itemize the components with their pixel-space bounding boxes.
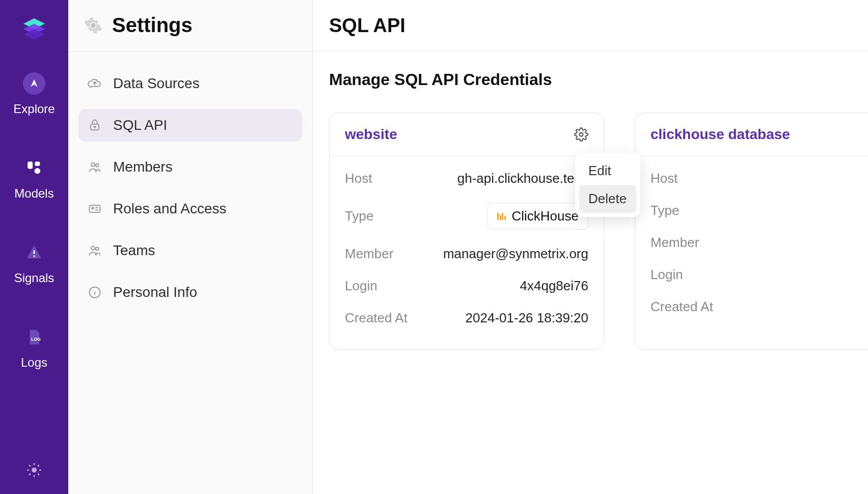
settings-sidebar: Settings Data Sources SQL API Members R <box>68 0 313 494</box>
id-card-icon <box>88 202 102 216</box>
field-label: Created At <box>650 299 713 315</box>
card-settings-button[interactable] <box>574 127 588 142</box>
svg-rect-15 <box>90 205 100 212</box>
gear-icon <box>574 127 588 142</box>
type-pill: ClickHouse <box>487 203 588 230</box>
settings-header: Settings <box>68 0 312 52</box>
card-header: website <box>330 113 604 156</box>
settings-list: Data Sources SQL API Members Roles and A… <box>68 52 312 324</box>
settings-item-data-sources[interactable]: Data Sources <box>78 67 302 100</box>
settings-item-teams[interactable]: Teams <box>78 234 302 267</box>
card-title: clickhouse database <box>650 126 790 143</box>
field-value: 4x4qg8ei76 <box>520 278 588 294</box>
models-icon <box>23 157 45 179</box>
svg-point-20 <box>580 133 583 136</box>
teams-icon <box>88 243 102 258</box>
menu-item-edit[interactable]: Edit <box>579 157 636 185</box>
card-body: Host gh-api.clickhouse.tech Type ClickHo… <box>330 156 604 349</box>
settings-item-label: Teams <box>113 242 155 259</box>
field-host: Host gh-api.clickhouse.tech <box>345 162 588 195</box>
gear-icon <box>26 462 42 478</box>
svg-point-13 <box>91 163 95 167</box>
field-login: Login <box>650 259 868 291</box>
svg-point-17 <box>91 246 95 250</box>
settings-item-label: Members <box>113 159 173 175</box>
clickhouse-icon <box>497 213 506 220</box>
type-value: ClickHouse <box>512 208 579 224</box>
svg-point-10 <box>91 23 96 28</box>
settings-item-personal-info[interactable]: Personal Info <box>78 276 302 309</box>
cloud-upload-icon <box>88 76 102 91</box>
settings-item-roles[interactable]: Roles and Access <box>78 193 302 225</box>
nav-item-explore[interactable]: Explore <box>0 72 68 116</box>
svg-rect-4 <box>35 161 40 166</box>
compass-icon <box>23 72 45 95</box>
settings-item-members[interactable]: Members <box>78 151 302 183</box>
settings-title: Settings <box>112 14 193 37</box>
svg-rect-7 <box>34 256 35 257</box>
svg-point-9 <box>32 468 36 472</box>
page-subtitle: Manage SQL API Credentials <box>329 70 852 89</box>
field-created-at: Created At 2024-01-26 18:39:20 <box>345 302 588 334</box>
credential-card: clickhouse database Host Type Member <box>635 113 868 350</box>
nav-settings-button[interactable] <box>25 461 43 479</box>
settings-item-sql-api[interactable]: SQL API <box>78 109 302 142</box>
svg-point-5 <box>35 168 40 174</box>
svg-point-16 <box>92 207 94 209</box>
field-value: gh-api.clickhouse.tech <box>457 171 588 186</box>
credential-cards: website Edit Delete Host <box>329 113 852 350</box>
field-member: Member manager@synmetrix.org <box>345 238 588 270</box>
field-type: Type <box>650 195 868 227</box>
svg-point-14 <box>96 164 99 167</box>
settings-item-label: Data Sources <box>113 75 200 92</box>
card-title: website <box>345 126 397 143</box>
field-value: 2024-01-26 18:39:20 <box>466 310 588 326</box>
field-label: Member <box>345 246 393 262</box>
settings-item-label: SQL API <box>113 117 167 133</box>
log-file-icon: LOG <box>23 326 45 348</box>
card-body: Host Type Member Login <box>635 156 868 338</box>
settings-item-label: Roles and Access <box>113 201 227 217</box>
menu-item-delete[interactable]: Delete <box>579 185 636 213</box>
card-actions-menu: Edit Delete <box>575 153 640 217</box>
nav-item-models[interactable]: Models <box>0 157 68 201</box>
field-member: Member <box>650 227 868 259</box>
nav-item-label: Logs <box>21 355 47 370</box>
field-host: Host <box>650 162 868 195</box>
nav-item-signals[interactable]: Signals <box>0 241 68 285</box>
members-icon <box>88 160 102 174</box>
field-label: Created At <box>345 310 408 326</box>
field-label: Host <box>345 171 372 186</box>
lock-icon <box>88 118 102 132</box>
field-label: Login <box>345 278 377 294</box>
field-label: Login <box>650 267 683 283</box>
svg-rect-3 <box>28 161 33 169</box>
field-created-at: Created At <box>650 291 868 323</box>
field-label: Host <box>650 171 677 186</box>
alert-icon <box>23 241 45 264</box>
svg-point-12 <box>94 126 96 128</box>
card-header: clickhouse database <box>635 113 868 156</box>
nav-item-label: Signals <box>14 271 55 285</box>
gear-icon <box>84 16 103 35</box>
credential-card: website Edit Delete Host <box>329 113 604 350</box>
nav-item-label: Models <box>14 186 53 201</box>
svg-point-18 <box>96 248 99 251</box>
main-body: Manage SQL API Credentials website Edit <box>313 52 868 368</box>
field-label: Type <box>345 208 373 224</box>
settings-item-label: Personal Info <box>113 284 197 300</box>
nav-rail: Explore Models Signals LOG <box>0 0 68 494</box>
field-value: manager@synmetrix.org <box>443 246 588 262</box>
nav-item-label: Explore <box>13 102 55 116</box>
field-type: Type ClickHouse <box>345 195 588 238</box>
app-logo <box>16 11 52 47</box>
nav-item-logs[interactable]: LOG Logs <box>0 326 68 370</box>
main-content: SQL API Manage SQL API Credentials websi… <box>313 0 868 494</box>
info-icon <box>88 285 102 299</box>
svg-rect-6 <box>34 251 35 254</box>
main-header: SQL API <box>313 0 868 52</box>
svg-text:LOG: LOG <box>31 337 41 342</box>
field-label: Type <box>650 203 679 218</box>
field-login: Login 4x4qg8ei76 <box>345 270 588 302</box>
field-label: Member <box>650 235 699 251</box>
